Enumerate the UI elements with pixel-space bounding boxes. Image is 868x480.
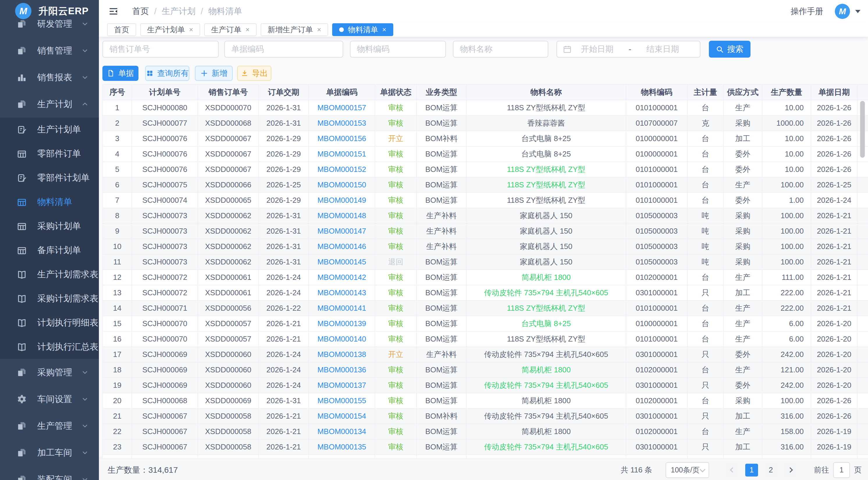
sidebar-item-stock-plan-order[interactable]: 备库计划单	[0, 238, 99, 262]
cell-date: 2026-1-21	[811, 223, 857, 239]
cell-biz: 生产补料	[416, 208, 466, 223]
cell-supply: 委外	[723, 162, 762, 177]
query-all-button[interactable]: 查询所有	[145, 66, 189, 81]
sidebar-item-purchase-plan-demand[interactable]: 采购计划需求表	[0, 287, 99, 311]
footer-bar: 生产数量：314,617 共 116 条 100条/页 12 前往 页	[99, 459, 868, 480]
sidebar-item-parts-order[interactable]: 零部件订单	[0, 142, 99, 166]
doc-code-link[interactable]: MBOM000156	[317, 134, 366, 143]
sidebar-item-production-plan[interactable]: 生产计划	[0, 91, 99, 118]
avatar-caret-icon[interactable]	[855, 10, 861, 13]
doc-code-link[interactable]: MBOM000140	[317, 334, 366, 343]
tab-close-icon[interactable]: ×	[382, 26, 386, 33]
cell-name: 家庭机器人 150	[466, 239, 626, 254]
grid-icon	[146, 69, 154, 77]
sidebar-item-parts-plan-order[interactable]: 零部件计划单	[0, 166, 99, 190]
material-name: 家庭机器人 150	[520, 242, 572, 251]
sidebar-item-assembly-workshop[interactable]: 装配车间	[0, 466, 99, 480]
doc-code-link[interactable]: MBOM000149	[317, 196, 366, 205]
doc-code-link[interactable]: MBOM000154	[317, 412, 366, 420]
cell-qty: 100.00	[762, 393, 811, 409]
doc-code-link[interactable]: MBOM000152	[317, 165, 366, 174]
status-badge: 审核	[388, 319, 403, 328]
cell-doc: MBOM000152	[309, 162, 375, 177]
doc-code-link[interactable]: MBOM000141	[317, 304, 366, 312]
cell-code: 0101000001	[626, 162, 687, 177]
cell-due: 2026-1-31	[258, 100, 309, 116]
sidebar-item-material-list[interactable]: 物料清单	[0, 190, 99, 214]
cell-idx: 20	[103, 393, 132, 409]
menu-fold-icon[interactable]	[107, 5, 120, 17]
search-button[interactable]: 搜索	[709, 41, 750, 58]
tab-3[interactable]: 新增生产订单×	[260, 23, 328, 36]
sidebar-item-production-management[interactable]: 生产管理	[0, 413, 99, 439]
doc-edit-icon	[16, 173, 27, 184]
sidebar-menu: 研发管理销售管理销售报表生产计划生产计划单零部件订单零部件计划单物料清单采购计划…	[0, 10, 99, 480]
page-size-select[interactable]: 100条/页	[665, 462, 709, 478]
breadcrumb-item-1[interactable]: 生产计划	[162, 5, 195, 17]
sidebar-item-purchase-management[interactable]: 采购管理	[0, 359, 99, 386]
end-date-placeholder: 结束日期	[646, 43, 679, 55]
date-range-picker[interactable]: 开始日期 - 结束日期	[556, 41, 701, 58]
doc-code-link[interactable]: MBOM000153	[317, 119, 366, 127]
page-button-2[interactable]: 2	[765, 464, 777, 477]
sidebar-item-purchase-plan-order[interactable]: 采购计划单	[0, 214, 99, 238]
material-code-input[interactable]	[350, 41, 446, 58]
sidebar-item-production-plan-order[interactable]: 生产计划单	[0, 118, 99, 142]
doc-code-input[interactable]	[224, 41, 343, 58]
doc-code-link[interactable]: MBOM000136	[317, 365, 366, 374]
tab-close-icon[interactable]: ×	[189, 26, 193, 33]
cell-doc: MBOM000143	[309, 285, 375, 301]
tab-label: 生产订单	[211, 25, 242, 35]
material-name-input[interactable]	[453, 41, 548, 58]
cell-name: 台式电脑 8+25	[466, 316, 626, 331]
cell-plan: SCJH000072	[132, 270, 198, 285]
doc-code-link[interactable]: MBOM000148	[317, 211, 366, 220]
doc-code-link[interactable]: MBOM000155	[317, 396, 366, 405]
cell-idx: 5	[103, 162, 132, 177]
tab-close-icon[interactable]: ×	[317, 26, 321, 33]
doc-code-link[interactable]: MBOM000138	[317, 350, 366, 359]
sidebar-item-sales-report[interactable]: 销售报表	[0, 64, 99, 91]
cell-name: 简易机柜 1800	[466, 424, 626, 439]
manual-link[interactable]: 操作手册	[790, 6, 823, 17]
cell-plan: SCJH000077	[132, 116, 198, 131]
sidebar-item-production-plan-demand[interactable]: 生产计划需求表	[0, 262, 99, 287]
sale-order-input[interactable]	[102, 41, 219, 58]
breadcrumb-item-0[interactable]: 首页	[132, 5, 149, 17]
tab-4[interactable]: 物料清单×	[332, 23, 393, 36]
tab-1[interactable]: 生产计划单×	[140, 23, 200, 36]
tab-0[interactable]: 首页	[107, 23, 136, 36]
cell-date: 2026-1-26	[811, 393, 857, 409]
doc-button[interactable]: 单据	[102, 66, 138, 81]
export-button[interactable]: 导出	[237, 66, 271, 81]
next-page-button[interactable]	[784, 464, 797, 477]
table-scrollbar-thumb[interactable]	[860, 101, 865, 158]
prev-page-button[interactable]	[726, 464, 739, 477]
doc-code-link[interactable]: MBOM000142	[317, 273, 366, 281]
sidebar-item-workshop-settings[interactable]: 车间设置	[0, 386, 99, 413]
cell-status: 审核	[375, 378, 416, 393]
tab-close-icon[interactable]: ×	[246, 26, 250, 33]
cell-sale: XSDD000062	[198, 254, 258, 270]
goto-page-input[interactable]	[833, 462, 850, 478]
doc-code-link[interactable]: MBOM000147	[317, 227, 366, 235]
doc-code-link[interactable]: MBOM000146	[317, 242, 366, 251]
doc-code-link[interactable]: MBOM000157	[317, 103, 366, 112]
doc-code-link[interactable]: MBOM000139	[317, 319, 366, 328]
doc-code-link[interactable]: MBOM000145	[317, 258, 366, 266]
doc-code-link[interactable]: MBOM000151	[317, 150, 366, 158]
avatar[interactable]: M	[835, 4, 850, 19]
tab-2[interactable]: 生产订单×	[204, 23, 256, 36]
add-button[interactable]: 新增	[195, 66, 233, 81]
sidebar-item-plan-exec-detail[interactable]: 计划执行明细表	[0, 311, 99, 335]
page-button-1[interactable]: 1	[745, 464, 758, 477]
cell-due: 2026-1-29	[258, 192, 309, 208]
doc-code-link[interactable]: MBOM000137	[317, 381, 366, 390]
sidebar-item-processing-workshop[interactable]: 加工车间	[0, 439, 99, 466]
doc-code-link[interactable]: MBOM000143	[317, 288, 366, 297]
sidebar-item-plan-exec-summary[interactable]: 计划执行汇总表	[0, 335, 99, 359]
doc-code-link[interactable]: MBOM000134	[317, 427, 366, 436]
sidebar-item-sales-management[interactable]: 销售管理	[0, 37, 99, 64]
doc-code-link[interactable]: MBOM000150	[317, 180, 366, 189]
doc-code-link[interactable]: MBOM000135	[317, 443, 366, 451]
